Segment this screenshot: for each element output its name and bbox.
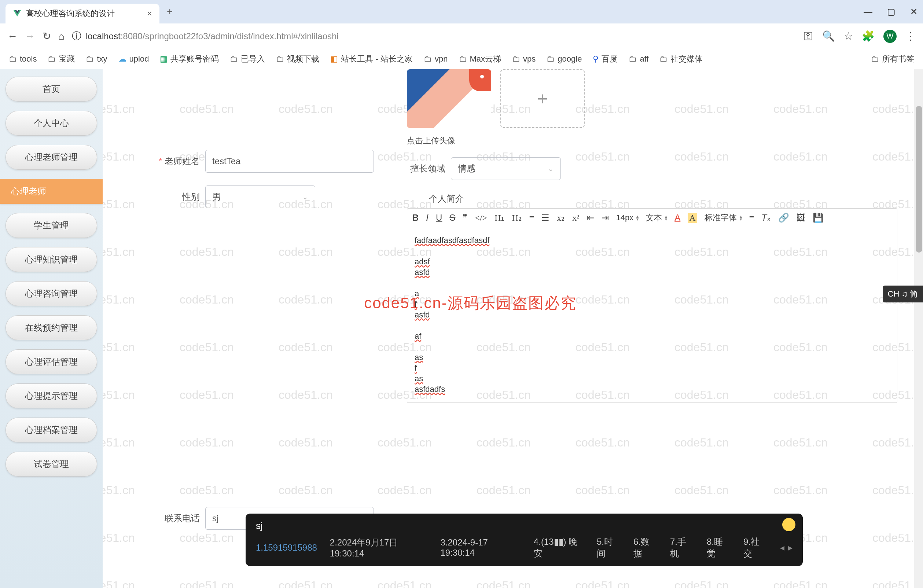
- strike-button[interactable]: S: [449, 213, 455, 223]
- maximize-button[interactable]: ▢: [887, 7, 895, 17]
- image-button[interactable]: 🖼: [797, 213, 805, 223]
- bookmark-folder[interactable]: 🗀Max云梯: [459, 54, 501, 64]
- sidebar-item-assess-mgmt[interactable]: 心理评估管理: [5, 349, 97, 374]
- main-content: code51.cncode51.cncode51.cncode51.cncode…: [103, 69, 923, 588]
- ol-button[interactable]: ≡: [529, 213, 534, 223]
- superscript-button[interactable]: x²: [572, 213, 579, 223]
- phone-label: 联系电话: [150, 512, 205, 524]
- bookmark-item[interactable]: ▦共享账号密码: [160, 54, 219, 64]
- sidebar-item-tips-mgmt[interactable]: 心理提示管理: [5, 383, 97, 408]
- font-color-button[interactable]: A: [675, 213, 680, 223]
- bookmark-folder[interactable]: 🗀txy: [86, 54, 107, 64]
- ime-candidate[interactable]: 9.社交: [743, 536, 767, 559]
- font-size-select[interactable]: 14px▴▾: [616, 213, 639, 223]
- bookmark-item[interactable]: ⚲百度: [593, 54, 618, 64]
- bookmark-folder[interactable]: 🗀已导入: [230, 54, 265, 64]
- bookmark-folder[interactable]: 🗀aff: [629, 54, 649, 64]
- bookmark-star-icon[interactable]: ☆: [844, 30, 853, 42]
- underline-button[interactable]: U: [436, 213, 442, 223]
- sidebar-item-consult-mgmt[interactable]: 心理咨询管理: [5, 281, 97, 306]
- avatar-preview[interactable]: [407, 69, 491, 128]
- ime-candidate[interactable]: 5.时间: [597, 536, 621, 559]
- ul-button[interactable]: ☰: [541, 213, 550, 223]
- bookmark-folder[interactable]: 🗀视频下载: [276, 54, 319, 64]
- home-button[interactable]: ⌂: [58, 30, 64, 42]
- bookmark-folder[interactable]: 🗀vpn: [424, 54, 448, 64]
- ime-candidate[interactable]: 4.(13▮▮) 晚安: [534, 536, 584, 559]
- h2-button[interactable]: H₂: [512, 213, 522, 223]
- text-format-select[interactable]: 文本▴▾: [646, 212, 667, 223]
- reload-button[interactable]: ↻: [43, 30, 51, 42]
- clear-format-button[interactable]: Tₓ: [761, 213, 771, 223]
- profile-label: 个人简介: [407, 193, 897, 205]
- bookmark-folder[interactable]: 🗀google: [547, 54, 582, 64]
- gender-select[interactable]: 男 ⌄: [205, 186, 315, 208]
- password-icon[interactable]: ⚿: [803, 30, 813, 42]
- menu-icon[interactable]: ⋮: [905, 30, 916, 42]
- minimize-button[interactable]: —: [864, 7, 872, 17]
- editor-content[interactable]: fadfaadfasdfasdfasdf adsfasfd afasfd af …: [407, 227, 897, 402]
- zoom-icon[interactable]: 🔍: [822, 30, 835, 42]
- upload-hint: 点击上传头像: [407, 135, 897, 146]
- bookmark-folder[interactable]: 🗀tools: [9, 54, 37, 64]
- quote-button[interactable]: ❞: [463, 213, 467, 223]
- sidebar-item-personal[interactable]: 个人中心: [5, 111, 97, 136]
- ime-prev-icon[interactable]: ◂: [780, 542, 785, 553]
- forward-button[interactable]: →: [25, 30, 35, 42]
- back-button[interactable]: ←: [7, 30, 18, 42]
- close-window-button[interactable]: ✕: [910, 7, 918, 17]
- url-path: :8080/springboot22fo3/admin/dist/index.h…: [121, 31, 339, 41]
- indent-out-button[interactable]: ⇤: [587, 213, 594, 223]
- close-tab-icon[interactable]: ×: [147, 8, 152, 19]
- sidebar-item-home[interactable]: 首页: [5, 77, 97, 102]
- url-host: localhost: [86, 31, 121, 41]
- bookmark-item[interactable]: ◧站长工具 - 站长之家: [330, 54, 413, 64]
- vue-icon: [13, 9, 21, 18]
- ime-candidate[interactable]: 3.2024-9-17 19:30:14: [440, 537, 521, 558]
- indent-in-button[interactable]: ⇥: [601, 213, 609, 223]
- address-bar[interactable]: ⓘ localhost:8080/springboot22fo3/admin/d…: [72, 30, 796, 43]
- bookmark-folder[interactable]: 🗀vps: [512, 54, 535, 64]
- new-tab-button[interactable]: +: [167, 6, 172, 18]
- sidebar-item-booking-mgmt[interactable]: 在线预约管理: [5, 315, 97, 340]
- input-method-indicator[interactable]: CH ♫ 简: [883, 286, 923, 302]
- profile-avatar[interactable]: W: [884, 30, 897, 43]
- sidebar-item-student-mgmt[interactable]: 学生管理: [5, 213, 97, 238]
- scrollbar-thumb[interactable]: [916, 106, 922, 253]
- site-info-icon[interactable]: ⓘ: [72, 30, 81, 43]
- ime-candidate[interactable]: 7.手机: [670, 536, 694, 559]
- upload-add-button[interactable]: +: [500, 69, 585, 128]
- sidebar-item-teacher[interactable]: 心理老师: [0, 179, 103, 204]
- browser-tab[interactable]: 高校心理咨询系统的设计 ×: [5, 4, 159, 23]
- editor-toolbar: B I U S ❞ </> H₁ H₂ ≡ ☰ x₂ x² ⇤ ⇥: [407, 209, 897, 227]
- scrollbar-track[interactable]: [914, 69, 923, 588]
- ime-input-text: sj: [256, 520, 793, 532]
- h1-button[interactable]: H₁: [494, 213, 504, 223]
- ime-candidate[interactable]: 2.2024年9月17日19:30:14: [330, 537, 428, 558]
- chevron-down-icon: ⌄: [302, 192, 308, 201]
- expertise-select[interactable]: 情感 ⌄: [451, 157, 561, 180]
- bookmark-folder[interactable]: 🗀社交媒体: [659, 54, 703, 64]
- sidebar-item-knowledge-mgmt[interactable]: 心理知识管理: [5, 247, 97, 272]
- ime-candidate[interactable]: 1.15915915988: [256, 542, 317, 553]
- sidebar-item-exam-mgmt[interactable]: 试卷管理: [5, 452, 97, 476]
- ime-candidate[interactable]: 8.睡觉: [707, 536, 731, 559]
- save-button[interactable]: 💾: [813, 213, 824, 223]
- subscript-button[interactable]: x₂: [557, 213, 565, 223]
- all-bookmarks[interactable]: 🗀所有书签: [871, 54, 914, 64]
- bookmark-item[interactable]: ☁uplod: [118, 54, 149, 64]
- bookmark-folder[interactable]: 🗀宝藏: [48, 54, 75, 64]
- align-button[interactable]: ≡: [749, 213, 754, 223]
- link-button[interactable]: 🔗: [778, 213, 789, 223]
- extensions-icon[interactable]: 🧩: [862, 30, 875, 42]
- ime-candidate[interactable]: 6.数据: [634, 536, 657, 559]
- bg-color-button[interactable]: A: [688, 213, 697, 223]
- sidebar-item-archive-mgmt[interactable]: 心理档案管理: [5, 417, 97, 442]
- sidebar-item-teacher-mgmt[interactable]: 心理老师管理: [5, 145, 97, 170]
- bold-button[interactable]: B: [412, 213, 419, 223]
- ime-next-icon[interactable]: ▸: [788, 542, 793, 553]
- italic-button[interactable]: I: [426, 213, 429, 223]
- teacher-name-input[interactable]: [205, 150, 374, 172]
- code-button[interactable]: </>: [475, 213, 487, 223]
- font-family-select[interactable]: 标准字体▴▾: [705, 212, 742, 223]
